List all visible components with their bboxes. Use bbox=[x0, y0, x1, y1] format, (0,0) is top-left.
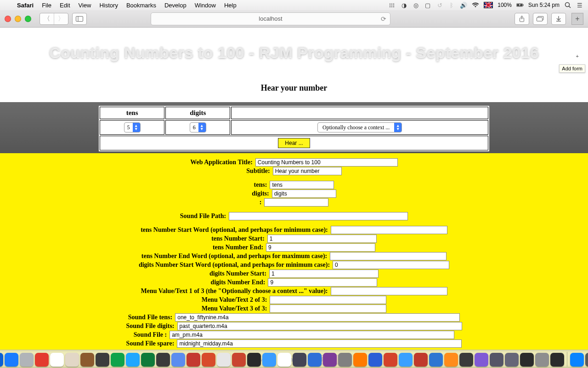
dock-app[interactable] bbox=[505, 353, 519, 367]
input-source-flag-icon[interactable] bbox=[484, 2, 493, 8]
dock-app[interactable] bbox=[141, 353, 155, 367]
input-app-title[interactable] bbox=[255, 158, 398, 167]
input-blank[interactable] bbox=[264, 198, 328, 207]
dock-app[interactable] bbox=[35, 353, 49, 367]
dock-app[interactable] bbox=[490, 353, 503, 367]
menuextra-icon[interactable]: ◎ bbox=[412, 1, 419, 9]
dock-app[interactable] bbox=[217, 353, 231, 367]
input-menu2[interactable] bbox=[270, 296, 386, 304]
dock-app[interactable] bbox=[570, 353, 584, 367]
input-sf-tens[interactable] bbox=[175, 313, 460, 322]
menuextra-icon[interactable]: ◑ bbox=[400, 1, 407, 9]
dock-app[interactable] bbox=[459, 353, 473, 367]
input-tens-start[interactable] bbox=[267, 235, 377, 243]
dock-app[interactable] bbox=[20, 353, 34, 367]
dock-app[interactable] bbox=[429, 353, 443, 367]
tens-select[interactable]: 5 ▴▾ bbox=[124, 122, 141, 132]
dock-app[interactable] bbox=[50, 353, 64, 367]
input-menu3[interactable] bbox=[270, 305, 386, 313]
dock-app[interactable] bbox=[156, 353, 170, 367]
input-sf-digits[interactable] bbox=[177, 322, 462, 330]
add-form-plus[interactable]: + bbox=[576, 53, 579, 59]
dock-app[interactable] bbox=[171, 353, 185, 367]
downloads-button[interactable] bbox=[551, 13, 566, 25]
dock-app[interactable] bbox=[399, 353, 413, 367]
wifi-icon[interactable] bbox=[472, 1, 479, 9]
tabs-button[interactable] bbox=[533, 13, 548, 25]
dock-app[interactable] bbox=[202, 353, 215, 367]
battery-percent[interactable]: 100% bbox=[498, 2, 512, 8]
input-sf-blank[interactable] bbox=[170, 331, 454, 339]
notification-center-icon[interactable]: ☰ bbox=[576, 1, 583, 9]
menu-bookmarks[interactable]: Bookmarks bbox=[122, 2, 160, 9]
airplay-icon[interactable]: ▢ bbox=[424, 1, 431, 9]
new-tab-button[interactable]: + bbox=[571, 13, 583, 25]
menu-window[interactable]: Window bbox=[191, 2, 220, 9]
label-sf-digits: Sound File digits: bbox=[126, 322, 174, 330]
digits-select[interactable]: 6 ▴▾ bbox=[190, 122, 206, 132]
menubar-clock[interactable]: Sun 5:24 pm bbox=[528, 2, 560, 8]
dock-app[interactable] bbox=[368, 353, 382, 367]
menu-history[interactable]: History bbox=[95, 2, 122, 9]
forward-button[interactable]: 〉 bbox=[54, 13, 68, 24]
input-tens-start-word[interactable] bbox=[331, 226, 447, 234]
dock-app[interactable] bbox=[247, 353, 261, 367]
dock-app[interactable] bbox=[550, 353, 564, 367]
dock-app[interactable] bbox=[323, 353, 337, 367]
input-digits[interactable] bbox=[272, 190, 336, 198]
dock-app[interactable] bbox=[308, 353, 322, 367]
address-bar[interactable]: localhost ⟳ bbox=[151, 12, 390, 25]
dock-app[interactable] bbox=[0, 353, 3, 367]
dock-app[interactable] bbox=[5, 353, 18, 367]
close-window-button[interactable] bbox=[5, 16, 11, 22]
menu-edit[interactable]: Edit bbox=[56, 2, 74, 9]
dock-app[interactable] bbox=[414, 353, 428, 367]
dock-app[interactable] bbox=[111, 353, 124, 367]
minimize-window-button[interactable] bbox=[15, 16, 21, 22]
dock-app[interactable] bbox=[353, 353, 367, 367]
dock-app[interactable] bbox=[585, 353, 588, 367]
input-tens-end[interactable] bbox=[266, 243, 375, 252]
share-button[interactable] bbox=[514, 13, 529, 25]
app-menu[interactable]: Safari bbox=[13, 2, 38, 9]
dock-app[interactable] bbox=[338, 353, 352, 367]
input-tens-end-word[interactable] bbox=[330, 252, 447, 260]
zoom-window-button[interactable] bbox=[25, 16, 31, 22]
hear-button[interactable]: Hear ... bbox=[278, 138, 310, 148]
bluetooth-icon[interactable]: ᛒ bbox=[448, 1, 455, 9]
dock-app[interactable] bbox=[293, 353, 306, 367]
dock-app[interactable] bbox=[126, 353, 140, 367]
menuextra-icon[interactable]: ⁞⁞⁞ bbox=[388, 1, 396, 9]
input-digits-start-word[interactable] bbox=[333, 261, 449, 269]
dock-app[interactable] bbox=[535, 353, 549, 367]
dock-app[interactable] bbox=[65, 353, 79, 367]
timemachine-icon[interactable]: ↺ bbox=[436, 1, 443, 9]
dock-app[interactable] bbox=[96, 353, 109, 367]
input-digits-end[interactable] bbox=[268, 278, 377, 287]
dock-app[interactable] bbox=[262, 353, 276, 367]
dock-app[interactable] bbox=[232, 353, 246, 367]
input-subtitle[interactable] bbox=[273, 167, 342, 175]
dock-app[interactable] bbox=[475, 353, 488, 367]
sidebar-button[interactable] bbox=[72, 13, 87, 25]
dock-app[interactable] bbox=[384, 353, 397, 367]
menu-view[interactable]: View bbox=[74, 2, 96, 9]
battery-icon[interactable] bbox=[516, 1, 524, 9]
menu-help[interactable]: Help bbox=[220, 2, 241, 9]
spotlight-icon[interactable] bbox=[564, 1, 571, 9]
menu-file[interactable]: File bbox=[38, 2, 56, 9]
dock-app[interactable] bbox=[520, 353, 534, 367]
dock-app[interactable] bbox=[80, 353, 94, 367]
reload-icon[interactable]: ⟳ bbox=[381, 15, 386, 23]
input-menu1[interactable] bbox=[331, 287, 447, 295]
dock-app[interactable] bbox=[187, 353, 200, 367]
input-sound-path[interactable] bbox=[229, 212, 408, 220]
input-tens[interactable] bbox=[270, 181, 334, 189]
input-digits-start[interactable] bbox=[269, 270, 379, 278]
volume-icon[interactable]: 🔊 bbox=[460, 1, 467, 9]
dock-app[interactable] bbox=[444, 353, 458, 367]
dock-app[interactable] bbox=[277, 353, 291, 367]
context-select[interactable]: Optionally choose a context ... ▴▾ bbox=[317, 122, 402, 132]
menu-develop[interactable]: Develop bbox=[160, 2, 191, 9]
back-button[interactable]: 〈 bbox=[40, 13, 54, 24]
